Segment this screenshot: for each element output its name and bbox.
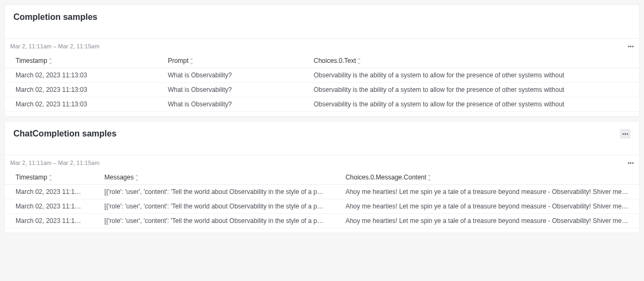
cell-timestamp: March 02, 2023 11:13:06 bbox=[5, 185, 93, 199]
cell-timestamp: March 02, 2023 11:13:06 bbox=[5, 214, 93, 228]
cell-choices-content: Ahoy me hearties! Let me spin ye a tale … bbox=[335, 199, 639, 214]
chat-col-choices-content[interactable]: Choices.0.Message.Content bbox=[335, 170, 639, 185]
cell-messages: [{'role': 'user', 'content': 'Tell the w… bbox=[93, 228, 334, 233]
completion-col-choices-text[interactable]: Choices.0.Text bbox=[303, 54, 639, 68]
cell-timestamp: March 02, 2023 11:13:06 bbox=[5, 199, 93, 214]
chat-timerange: Mar 2, 11:11am – Mar 2, 11:15am bbox=[10, 160, 99, 166]
table-row[interactable]: March 02, 2023 11:13:03 What is Observab… bbox=[5, 97, 639, 112]
table-row[interactable]: March 02, 2023 11:13:03 What is Observab… bbox=[5, 112, 639, 117]
cell-choices-text: Observability is the ability of a system… bbox=[303, 112, 639, 117]
chat-panel: ChatCompletion samples ••• Mar 2, 11:11a… bbox=[4, 121, 640, 233]
cell-messages: [{'role': 'user', 'content': 'Tell the w… bbox=[93, 199, 334, 214]
cell-timestamp: March 02, 2023 11:13:06 bbox=[5, 228, 93, 233]
cell-choices-text: Observability is the ability of a system… bbox=[303, 97, 639, 112]
completion-col-prompt-label: Prompt bbox=[168, 57, 189, 64]
completion-col-prompt[interactable]: Prompt bbox=[157, 54, 303, 68]
chat-panel-more-icon[interactable]: ••• bbox=[620, 129, 631, 139]
chat-table-wrap: Timestamp Messages Choices.0.Message.Con… bbox=[5, 170, 639, 233]
completion-col-timestamp-label: Timestamp bbox=[16, 57, 47, 64]
chat-panel-subheader: Mar 2, 11:11am – Mar 2, 11:15am ••• bbox=[5, 155, 639, 170]
chat-panel-header: ChatCompletion samples ••• bbox=[5, 121, 639, 155]
chat-col-choices-content-label: Choices.0.Message.Content bbox=[346, 174, 427, 181]
cell-messages: [{'role': 'user', 'content': 'Tell the w… bbox=[93, 185, 334, 199]
completion-table-wrap: Timestamp Prompt Choices.0.Text March 02… bbox=[5, 54, 639, 116]
completion-subheader-more-icon[interactable]: ••• bbox=[627, 43, 634, 49]
table-row[interactable]: March 02, 2023 11:13:03 What is Observab… bbox=[5, 68, 639, 83]
cell-choices-content: Ahoy me hearties! Let me spin ye a tale … bbox=[335, 185, 639, 199]
cell-choices-text: Observability is the ability of a system… bbox=[303, 68, 639, 83]
table-row[interactable]: March 02, 2023 11:13:06 [{'role': 'user'… bbox=[5, 214, 639, 228]
chat-table: Timestamp Messages Choices.0.Message.Con… bbox=[5, 170, 639, 233]
sort-icon bbox=[48, 175, 53, 181]
cell-timestamp: March 02, 2023 11:13:03 bbox=[5, 97, 157, 112]
cell-prompt: What is Observability? bbox=[157, 112, 303, 117]
table-row[interactable]: March 02, 2023 11:13:03 What is Observab… bbox=[5, 83, 639, 97]
sort-icon bbox=[48, 59, 53, 64]
chat-col-timestamp-label: Timestamp bbox=[16, 174, 47, 181]
chat-panel-title: ChatCompletion samples bbox=[13, 129, 116, 139]
cell-prompt: What is Observability? bbox=[157, 68, 303, 83]
cell-prompt: What is Observability? bbox=[157, 97, 303, 112]
chat-subheader-more-icon[interactable]: ••• bbox=[627, 160, 634, 166]
cell-choices-text: Observability is the ability of a system… bbox=[303, 83, 639, 97]
sort-icon bbox=[189, 59, 194, 64]
cell-choices-content: Ahoy me hearties! Let me spin ye a tale … bbox=[335, 228, 639, 233]
completion-col-timestamp[interactable]: Timestamp bbox=[5, 54, 157, 68]
cell-timestamp: March 02, 2023 11:13:03 bbox=[5, 83, 157, 97]
completion-table-header-row: Timestamp Prompt Choices.0.Text bbox=[5, 54, 639, 68]
completion-panel: Completion samples Mar 2, 11:11am – Mar … bbox=[4, 4, 640, 117]
chat-col-messages[interactable]: Messages bbox=[93, 170, 334, 185]
sort-icon bbox=[357, 59, 361, 64]
completion-col-choices-text-label: Choices.0.Text bbox=[314, 57, 356, 64]
chat-table-header-row: Timestamp Messages Choices.0.Message.Con… bbox=[5, 170, 639, 185]
cell-timestamp: March 02, 2023 11:13:03 bbox=[5, 112, 157, 117]
table-row[interactable]: March 02, 2023 11:13:06 [{'role': 'user'… bbox=[5, 228, 639, 233]
cell-choices-content: Ahoy me hearties! Let me spin ye a tale … bbox=[335, 214, 639, 228]
chat-col-messages-label: Messages bbox=[104, 174, 134, 181]
completion-table: Timestamp Prompt Choices.0.Text March 02… bbox=[5, 54, 639, 116]
chat-col-timestamp[interactable]: Timestamp bbox=[5, 170, 93, 185]
completion-panel-subheader: Mar 2, 11:11am – Mar 2, 11:15am ••• bbox=[5, 38, 639, 54]
cell-messages: [{'role': 'user', 'content': 'Tell the w… bbox=[93, 214, 334, 228]
completion-panel-header: Completion samples bbox=[5, 5, 639, 38]
table-row[interactable]: March 02, 2023 11:13:06 [{'role': 'user'… bbox=[5, 199, 639, 214]
cell-timestamp: March 02, 2023 11:13:03 bbox=[5, 68, 157, 83]
cell-prompt: What is Observability? bbox=[157, 83, 303, 97]
sort-icon bbox=[427, 175, 431, 181]
completion-timerange: Mar 2, 11:11am – Mar 2, 11:15am bbox=[10, 43, 99, 49]
sort-icon bbox=[135, 175, 139, 181]
table-row[interactable]: March 02, 2023 11:13:06 [{'role': 'user'… bbox=[5, 185, 639, 199]
completion-panel-title: Completion samples bbox=[13, 12, 97, 22]
